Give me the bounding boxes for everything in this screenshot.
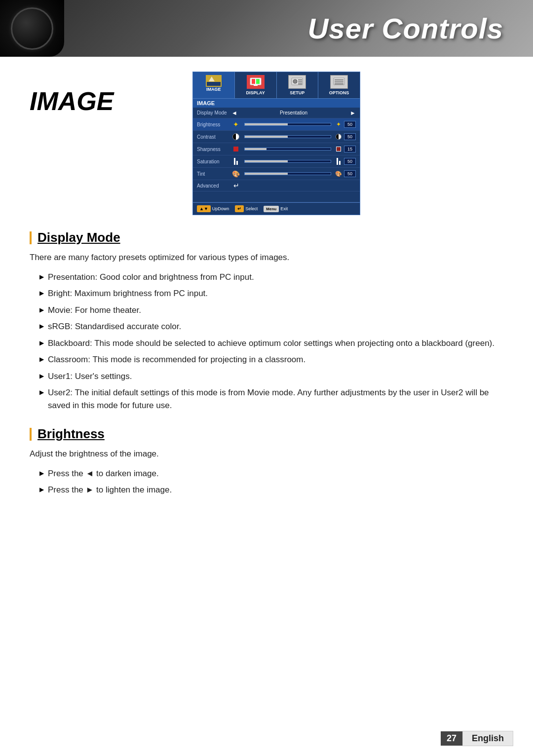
tint-slider-area (242, 172, 333, 175)
brightness-label: Brightness (197, 122, 231, 127)
osd-menu: IMAGE DISPLAY (192, 72, 360, 215)
bullet-darken: Press the ◄ to darken image. (39, 467, 503, 480)
osd-saturation-row: Saturation (193, 155, 360, 168)
page-footer: 27 English (441, 731, 513, 746)
options-tab-icon (330, 75, 348, 89)
brightness-bullets: Press the ◄ to darken image. Press the ►… (39, 467, 503, 496)
osd-spacer (193, 191, 360, 202)
display-tab-icon (247, 75, 265, 89)
svg-rect-3 (256, 79, 260, 84)
advanced-label: Advanced (197, 183, 231, 189)
osd-tabs: IMAGE DISPLAY (193, 72, 360, 98)
osd-display-mode-row: Display Mode ◄ Presentation ► (193, 108, 360, 118)
osd-contrast-row: Contrast 50 (193, 131, 360, 143)
svg-point-5 (293, 79, 297, 83)
lens-decoration (0, 0, 64, 57)
osd-sharpness-row: Sharpness 15 (193, 143, 360, 155)
brightness-section: Brightness Adjust the brightness of the … (30, 426, 503, 496)
saturation-slider (244, 160, 331, 163)
osd-nav-updown: ▲▼ UpDown (197, 205, 229, 212)
osd-bottom-bar: ▲▼ UpDown ↵ Select Menu Exit (193, 202, 360, 215)
saturation-icon-right (335, 157, 343, 165)
brightness-heading: Brightness (30, 426, 503, 442)
osd-updown-btn: ▲▼ (197, 205, 211, 212)
sharpness-slider (244, 148, 331, 151)
osd-tab-setup[interactable]: SETUP (277, 72, 319, 98)
bullet-user2: User2: The initial default settings of t… (39, 386, 503, 412)
saturation-bars (234, 158, 238, 165)
osd-advanced-row: Advanced ↵ (193, 180, 360, 191)
sharpness-icon-right (335, 145, 343, 153)
osd-select-label: Select (245, 206, 258, 211)
osd-tint-row: Tint 🎨 🎨 50 (193, 168, 360, 180)
contrast-icon-right (335, 133, 343, 141)
sharpness-square (233, 147, 238, 151)
display-mode-bullets: Presentation: Good color and brightness … (39, 271, 503, 412)
svg-rect-1 (254, 85, 258, 86)
contrast-slider-area (242, 135, 333, 138)
display-mode-arrow-right: ► (350, 110, 356, 116)
bullet-classroom: Classroom: This mode is recommended for … (39, 353, 503, 366)
contrast-value: 50 (344, 133, 356, 140)
osd-updown-label: UpDown (212, 206, 229, 211)
saturation-slider-area (242, 160, 333, 163)
tint-icon-right: 🎨 (335, 170, 343, 178)
osd-tab-setup-label: SETUP (290, 90, 305, 95)
contrast-label: Contrast (197, 134, 231, 140)
brightness-slider-area (242, 123, 333, 126)
page-header: User Controls (0, 0, 533, 57)
main-content: IMAGE IMAGE (0, 57, 533, 526)
image-tab-icon (206, 75, 222, 87)
osd-menu-btn: Menu (264, 206, 279, 212)
brightness-intro: Adjust the brightness of the image. (30, 448, 503, 460)
sharpness-icon (231, 145, 240, 153)
osd-tab-display-label: DISPLAY (246, 90, 265, 95)
svg-rect-2 (252, 79, 255, 84)
saturation-icon (231, 157, 240, 166)
brightness-icon: ✦ (231, 120, 240, 129)
saturation-label: Saturation (197, 159, 231, 164)
page-title: User Controls (307, 12, 503, 45)
display-mode-heading: Display Mode (30, 230, 503, 245)
bullet-lighten: Press the ► to lighten the image. (39, 484, 503, 496)
osd-nav-select: ↵ Select (235, 205, 258, 212)
osd-tab-options-label: OPTIONS (329, 90, 349, 95)
tint-slider (244, 172, 331, 175)
contrast-icon (231, 132, 240, 141)
display-mode-intro: There are many factory presets optimized… (30, 251, 503, 264)
brightness-icon-right: ✦ (335, 120, 343, 128)
bullet-presentation: Presentation: Good color and brightness … (39, 271, 503, 284)
osd-nav-exit: Menu Exit (264, 206, 288, 212)
saturation-value: 50 (344, 158, 356, 165)
display-mode-value: Presentation (237, 110, 350, 115)
osd-tab-display[interactable]: DISPLAY (235, 72, 277, 98)
bullet-blackboard: Blackboard: This mode should be selected… (39, 337, 503, 350)
ui-panel-area: IMAGE IMAGE (30, 72, 503, 215)
contrast-half-circle (232, 133, 239, 140)
osd-section-header: IMAGE (193, 98, 360, 108)
image-label: IMAGE (30, 86, 128, 116)
osd-exit-label: Exit (280, 206, 288, 211)
osd-tab-options[interactable]: OPTIONS (318, 72, 360, 98)
sharpness-slider-area (242, 148, 333, 151)
saturation-bars-right (337, 158, 341, 165)
osd-tab-image[interactable]: IMAGE (193, 72, 235, 98)
advanced-enter-icon: ↵ (233, 182, 239, 189)
bullet-srgb: sRGB: Standardised accurate color. (39, 320, 503, 333)
bullet-user1: User1: User's settings. (39, 370, 503, 383)
display-mode-label: Display Mode (197, 110, 231, 115)
language-badge: English (462, 731, 513, 746)
display-mode-section: Display Mode There are many factory pres… (30, 230, 503, 412)
tint-icon: 🎨 (231, 169, 240, 178)
bullet-movie: Movie: For home theater. (39, 304, 503, 317)
osd-select-btn: ↵ (235, 205, 244, 212)
tint-value: 50 (344, 170, 356, 177)
tint-label: Tint (197, 171, 231, 177)
contrast-slider (244, 135, 331, 138)
osd-tab-image-label: IMAGE (206, 87, 221, 92)
brightness-value: 50 (344, 121, 356, 128)
osd-brightness-row: Brightness ✦ ✦ 50 (193, 118, 360, 131)
bullet-bright: Bright: Maximum brightness from PC input… (39, 287, 503, 300)
brightness-slider (244, 123, 331, 126)
setup-tab-icon (288, 75, 306, 89)
